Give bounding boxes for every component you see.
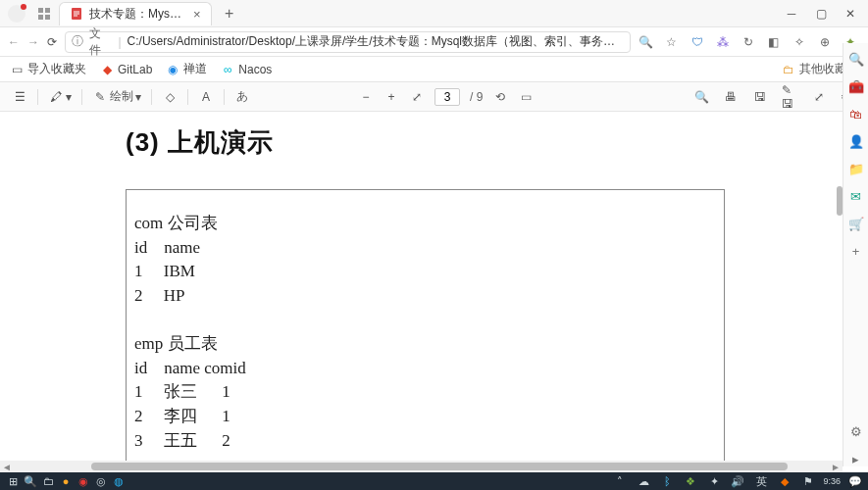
bookmark-import-label: 导入收藏夹 [27, 61, 86, 77]
new-tab-button[interactable]: + [220, 5, 239, 23]
tray-wechat-icon[interactable]: ❖ [682, 474, 699, 488]
pen-icon: ✎ [92, 89, 108, 105]
gitlab-icon: ◆ [100, 63, 114, 76]
window-minimize-button[interactable]: ─ [784, 7, 799, 21]
pdf-save-icon[interactable]: 🖫 [752, 89, 768, 105]
refresh-alt-icon[interactable]: ↻ [740, 34, 756, 50]
window-maximize-button[interactable]: ▢ [813, 7, 829, 21]
bookmark-nacos[interactable]: ∞ Nacos [221, 63, 272, 76]
url-field[interactable]: ⓘ 文件 | C:/Users/Administrator/Desktop/上课… [65, 31, 631, 53]
pdf-content-area[interactable]: (3) 上机演示 com 公司表 id name 1 IBM 2 HP emp … [0, 112, 842, 466]
pdf-fit-width-icon[interactable]: ⤢ [409, 89, 425, 105]
bookmark-zentao[interactable]: ◉ 禅道 [166, 61, 207, 77]
pdf-draw-dropdown[interactable]: ✎ 绘制 ▾ [92, 88, 141, 105]
tray-cloud-icon[interactable]: ☁ [635, 474, 652, 488]
sidebar-search-icon[interactable]: 🔍 [848, 51, 864, 67]
pdf-erase-icon[interactable]: ◇ [162, 89, 178, 105]
tray-ime-label[interactable]: 英 [752, 474, 770, 488]
scroll-right-arrow[interactable]: ► [829, 462, 842, 472]
sidebar-user-icon[interactable]: 👤 [848, 133, 864, 149]
pdf-fullscreen-icon[interactable]: ⤢ [811, 89, 827, 105]
profile-avatar[interactable] [8, 5, 26, 23]
zoom-icon[interactable]: 🔍 [638, 34, 654, 50]
window-close-button[interactable]: ✕ [842, 7, 858, 21]
sidebar-shopping-icon[interactable]: 🛍 [848, 106, 864, 122]
chevron-down-icon: ▾ [135, 90, 141, 104]
bookmark-nacos-label: Nacos [238, 63, 272, 76]
taskbar-edge-icon[interactable]: ◍ [110, 474, 128, 488]
sidebar-settings-icon[interactable]: ⚙ [848, 423, 864, 439]
workspaces-icon[interactable] [35, 5, 53, 23]
pdf-contents-icon[interactable]: ☰ [12, 89, 27, 105]
tray-up-icon[interactable]: ˄ [611, 474, 629, 488]
sidebar-outlook-icon[interactable]: ✉ [848, 188, 864, 204]
copilot-icon[interactable]: ⁂ [715, 34, 731, 50]
nav-back-button[interactable]: ← [8, 32, 20, 52]
split-screen-icon[interactable]: ◧ [766, 34, 782, 50]
browser-titlebar: 技术专题：Mysql数据库（视图... × + ─ ▢ ✕ [0, 0, 868, 27]
tray-app-icon[interactable]: ◆ [776, 474, 793, 488]
pdf-zoom-in-icon[interactable]: + [383, 89, 399, 105]
emp-title: emp 员工表 [134, 332, 716, 357]
taskbar-chrome-icon[interactable]: ◎ [92, 474, 110, 488]
pdf-view-mode-icon[interactable]: ▭ [518, 89, 534, 105]
sidebar-hide-icon[interactable]: ▸ [848, 451, 864, 466]
taskbar-clock[interactable]: 9:36 [823, 477, 841, 486]
system-tray: ˄ ☁ ᛒ ❖ ✦ 🔊 英 ◆ ⚑ 9:36 💬 [611, 474, 864, 488]
sidebar-collections-icon[interactable]: 📁 [848, 161, 864, 176]
pdf-text-tool-icon[interactable]: A [198, 89, 214, 105]
pdf-print-icon[interactable]: 🖶 [723, 89, 739, 105]
site-info-icon[interactable]: ⓘ [72, 33, 83, 50]
bookmark-zentao-label: 禅道 [183, 61, 207, 77]
pdf-save-as-icon[interactable]: ✎🖫 [782, 89, 797, 105]
pdf-zoom-out-icon[interactable]: − [358, 89, 374, 105]
browser-tab[interactable]: 技术专题：Mysql数据库（视图... × [59, 2, 212, 25]
highlight-icon: 🖍 [48, 89, 64, 105]
tray-qq-icon[interactable]: ✦ [705, 474, 723, 488]
horizontal-scrollbar[interactable]: ◄ ► [0, 461, 842, 472]
pdf-file-icon [70, 7, 83, 21]
browser-side-panel: 🔍 🧰 🛍 👤 📁 ✉ 🛒 + ⚙ ▸ [842, 43, 868, 466]
pdf-search-icon[interactable]: 🔍 [693, 89, 709, 105]
svg-rect-0 [38, 8, 43, 13]
pdf-highlight-dropdown[interactable]: 🖍▾ [48, 89, 72, 105]
com-title: com 公司表 [134, 212, 716, 236]
nav-refresh-button[interactable]: ⟳ [47, 32, 57, 52]
pdf-page-input[interactable] [434, 88, 460, 106]
emp-row: 1 张三 1 [134, 380, 716, 405]
folder-icon: 🗀 [782, 63, 795, 76]
pdf-draw-label: 绘制 [110, 88, 133, 105]
clock-time: 9:36 [823, 477, 841, 486]
sidebar-add-icon[interactable]: + [848, 243, 864, 259]
emp-header: id name comid [134, 357, 716, 381]
bookmark-import[interactable]: ▭ 导入收藏夹 [10, 61, 86, 77]
scroll-thumb[interactable] [91, 463, 788, 470]
taskbar-record-icon[interactable]: ◉ [75, 474, 92, 488]
start-button[interactable]: ⊞ [4, 474, 22, 488]
taskbar-explorer-icon[interactable]: 🗀 [39, 474, 57, 488]
scroll-left-arrow[interactable]: ◄ [0, 462, 14, 472]
favorite-star-icon[interactable]: ☆ [664, 34, 680, 50]
tab-close-icon[interactable]: × [193, 7, 201, 22]
tray-bluetooth-icon[interactable]: ᛒ [658, 474, 676, 488]
collections-icon[interactable]: ⊕ [817, 34, 833, 50]
bookmark-gitlab[interactable]: ◆ GitLab [100, 63, 152, 76]
favorites-hub-icon[interactable]: ✧ [791, 34, 807, 50]
tray-security-icon[interactable]: ⚑ [799, 474, 817, 488]
tray-volume-icon[interactable]: 🔊 [729, 474, 746, 488]
windows-taskbar: ⊞ 🔍 🗀 ● ◉ ◎ ◍ ˄ ☁ ᛒ ❖ ✦ 🔊 英 ◆ ⚑ 9:36 💬 [0, 472, 868, 490]
sidebar-tools-icon[interactable]: 🧰 [848, 78, 864, 94]
com-row: 1 IBM [134, 260, 716, 284]
tracking-shield-icon[interactable]: 🛡 [689, 34, 705, 50]
sidebar-cart-icon[interactable]: 🛒 [848, 216, 864, 231]
taskbar-app-icon[interactable]: ● [57, 474, 75, 488]
pdf-toolbar: ☰ 🖍▾ ✎ 绘制 ▾ ◇ A あ − + ⤢ / 9 ⟲ ▭ 🔍 🖶 🖫 ✎🖫… [0, 82, 868, 112]
pdf-translate-icon[interactable]: あ [234, 89, 250, 105]
chevron-down-icon: ▾ [66, 90, 72, 104]
taskbar-search-icon[interactable]: 🔍 [22, 474, 39, 488]
pdf-rotate-icon[interactable]: ⟲ [492, 89, 508, 105]
tray-notifications-icon[interactable]: 💬 [846, 474, 864, 488]
pdf-total-pages: / 9 [470, 90, 483, 104]
import-icon: ▭ [10, 63, 24, 76]
blank-line [134, 309, 716, 333]
